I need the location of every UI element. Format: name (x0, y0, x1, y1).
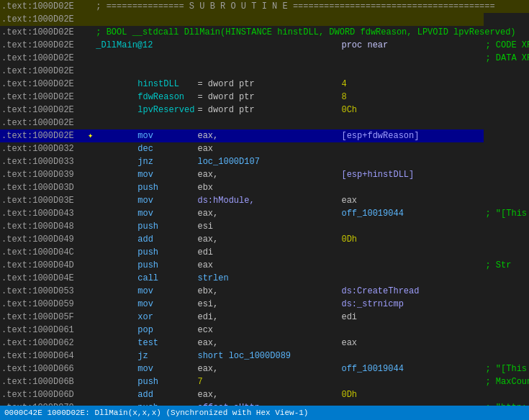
arrow-cell (86, 181, 94, 194)
equals-cell: = dword ptr (196, 78, 340, 91)
mnemonic-cell: mov (94, 194, 196, 207)
disassembly-view[interactable]: .text:1000D02E; =============== S U B R … (0, 0, 529, 406)
operand1-cell: esi, (196, 298, 340, 311)
operand1-cell: ecx (196, 324, 340, 337)
address-cell: .text:1000D066 (0, 362, 86, 375)
table-row[interactable]: .text:1000D039moveax,[esp+hinstDLL] (0, 168, 529, 181)
operand2-cell (340, 155, 484, 168)
table-row[interactable]: .text:1000D02E; =============== S U B R … (0, 0, 529, 13)
arrow-cell (86, 285, 94, 298)
mnemonic-cell (94, 117, 196, 129)
address-cell: .text:1000D04E (0, 272, 86, 285)
operand2-cell: eax (340, 337, 484, 350)
operand2-cell (340, 350, 484, 362)
address-cell: .text:1000D02E (0, 39, 86, 52)
operand2-cell: ds:CreateThread (340, 285, 484, 298)
table-row[interactable]: .text:1000D02EfdwReason= dword ptr8 (0, 91, 529, 104)
mnemonic-cell: push (94, 259, 196, 272)
address-cell: .text:1000D02E (0, 65, 86, 78)
mnemonic-cell: mov (94, 285, 196, 298)
mnemonic-cell: mov (94, 168, 196, 181)
address-cell: .text:1000D02E (0, 52, 86, 65)
operand2-cell (340, 52, 484, 65)
table-row[interactable]: .text:1000D061popecx (0, 324, 529, 337)
mnemonic-cell (94, 65, 196, 78)
table-row[interactable]: .text:1000D06Daddeax,0Dh (0, 388, 529, 401)
operand2-cell (340, 246, 484, 259)
table-row[interactable]: .text:1000D06Bpush7 ; MaxCount (0, 375, 529, 388)
table-row[interactable]: .text:1000D02E; BOOL __stdcall DllMain(H… (0, 26, 529, 39)
table-row[interactable]: .text:1000D049addeax,0Dh (0, 233, 529, 246)
address-cell: .text:1000D032 (0, 142, 86, 155)
arrow-cell (86, 0, 94, 13)
operand2-cell (340, 272, 484, 285)
table-row[interactable]: .text:1000D02ElpvReserved= dword ptr0Ch (0, 104, 529, 117)
arrow-cell (86, 78, 94, 91)
address-cell: .text:1000D02E (0, 26, 86, 39)
mnemonic-cell: jz (94, 350, 196, 362)
mnemonic-cell: dec (94, 142, 196, 155)
var-val-cell: 4 (340, 78, 484, 91)
address-cell: .text:1000D039 (0, 168, 86, 181)
var-val-cell: 8 (340, 91, 484, 104)
table-row[interactable]: .text:1000D043moveax,off_10019044 ; "[Th… (0, 207, 529, 220)
table-row[interactable]: .text:1000D05Fxoredi,edi (0, 311, 529, 324)
address-cell: .text:1000D061 (0, 324, 86, 337)
table-row[interactable]: .text:1000D02E_DllMain@12proc near ; COD… (0, 39, 529, 52)
arrow-cell (86, 39, 94, 52)
mnemonic-cell: mov (94, 129, 196, 142)
mnemonic-cell: mov (94, 207, 196, 220)
address-cell: .text:1000D05F (0, 311, 86, 324)
var-name-cell: hinstDLL (94, 78, 196, 91)
operand1-cell: eax, (196, 337, 340, 350)
address-cell: .text:1000D04C (0, 246, 86, 259)
operand1-cell: ebx, (196, 285, 340, 298)
table-row[interactable]: .text:1000D02E (0, 117, 529, 129)
table-row[interactable]: .text:1000D066moveax,off_10019044 ; "[Th… (0, 362, 529, 375)
table-row[interactable]: .text:1000D02E✦moveax,[esp+fdwReason] (0, 129, 529, 142)
address-cell: .text:1000D02E (0, 104, 86, 117)
table-row[interactable]: .text:1000D04Ecallstrlen (0, 272, 529, 285)
mnemonic-cell: push (94, 220, 196, 233)
content-cell: ; BOOL __stdcall DllMain(HINSTANCE hinst… (94, 26, 529, 39)
content-cell: ; =============== S U B R O U T I N E ==… (94, 0, 529, 13)
var-name-cell: fdwReason (94, 91, 196, 104)
arrow-cell (86, 259, 94, 272)
address-cell: .text:1000D02E (0, 78, 86, 91)
table-row[interactable]: .text:1000D02EhinstDLL= dword ptr4 (0, 78, 529, 91)
table-row[interactable]: .text:1000D048pushesi (0, 220, 529, 233)
table-row[interactable]: .text:1000D064jzshort loc_1000D089 (0, 350, 529, 362)
operand1-cell: eax, (196, 388, 340, 401)
table-row[interactable]: .text:1000D02E ; DATA XREF: sub_100110FF… (0, 52, 529, 65)
table-row[interactable]: .text:1000D033jnzloc_1000D107 (0, 155, 529, 168)
address-cell: .text:1000D02E (0, 129, 86, 142)
table-row[interactable]: .text:1000D062testeax,eax (0, 337, 529, 350)
table-row[interactable]: .text:1000D04Dpusheax ; Str (0, 259, 529, 272)
table-row[interactable]: .text:1000D04Cpushedi (0, 246, 529, 259)
arrow-cell: ✦ (86, 129, 94, 142)
arrow-cell (86, 246, 94, 259)
mnemonic-cell: call (94, 272, 196, 285)
table-row[interactable]: .text:1000D03Emovds:hModule,eax (0, 194, 529, 207)
operand1-cell: esi (196, 220, 340, 233)
arrow-cell (86, 194, 94, 207)
equals-cell: = dword ptr (196, 91, 340, 104)
operand1-cell: eax, (196, 168, 340, 181)
disasm-table: .text:1000D02E; =============== S U B R … (0, 0, 529, 406)
table-row[interactable]: .text:1000D053movebx,ds:CreateThread (0, 285, 529, 298)
operand2-cell (340, 13, 484, 26)
table-row[interactable]: .text:1000D02E (0, 65, 529, 78)
operand1-cell: strlen (196, 272, 340, 285)
operand1-cell (196, 65, 340, 78)
arrow-cell (86, 117, 94, 129)
arrow-cell (86, 375, 94, 388)
table-row[interactable]: .text:1000D02E (0, 13, 529, 26)
mnemonic-cell: push (94, 375, 196, 388)
table-row[interactable]: .text:1000D032deceax (0, 142, 529, 155)
table-row[interactable]: .text:1000D059movesi,ds:_strnicmp (0, 298, 529, 311)
operand2-cell: 0Dh (340, 233, 484, 246)
var-val-cell: 0Ch (340, 104, 484, 117)
arrow-cell (86, 350, 94, 362)
address-cell: .text:1000D06B (0, 375, 86, 388)
table-row[interactable]: .text:1000D03Dpushebx (0, 181, 529, 194)
